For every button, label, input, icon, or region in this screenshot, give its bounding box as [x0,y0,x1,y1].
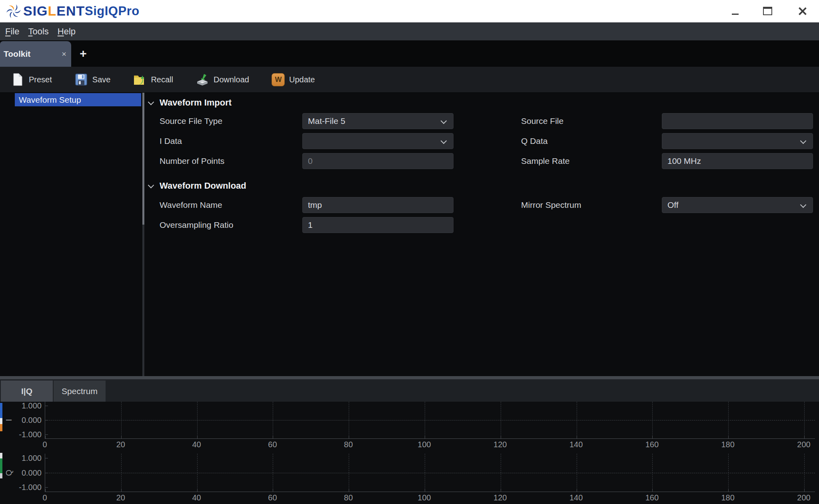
x-tick-mark [273,436,273,438]
x-tick-mark [349,489,349,492]
y-tick-mark [45,473,48,473]
bottom-tab-bar: I|Q Spectrum [0,379,819,402]
form-panel: Waveform Import Source File Type Mat-Fil… [144,93,819,376]
x-tick-label: 180 [714,493,742,502]
sample-rate-input[interactable] [662,153,813,169]
x-tick-mark [45,436,46,438]
titlebar: SIGLENT SigIQPro [0,0,819,22]
toolbar-button-save[interactable]: Save [74,73,111,86]
panel-splitter[interactable] [0,376,819,379]
tab-toolkit[interactable]: Toolkit × [0,41,71,67]
document-icon [11,73,24,86]
q-data-select[interactable] [662,133,813,149]
toolbar-button-label: Save [92,75,111,84]
toolbar: Preset Save Recall [0,67,819,93]
zero-gridline [45,473,815,473]
x-tick-label: 80 [334,440,362,449]
y-tick-label: 1.000 [12,401,42,410]
menu-item-tools[interactable]: Tools [28,26,48,37]
x-tick-mark [197,436,198,438]
x-tick-mark [349,436,349,438]
x-tick-label: 200 [790,440,818,449]
app-window: SIGLENT SigIQPro File Tools Help Toolkit… [0,0,819,504]
update-icon: W [272,73,285,86]
x-tick-mark [197,489,198,492]
select-value: Off [667,200,679,209]
x-tick-label: 200 [790,493,818,502]
y-tick-label: 1.000 [12,453,42,463]
x-tick-label: 0 [31,440,59,449]
toolbar-button-label: Update [289,75,315,84]
toolbar-button-preset[interactable]: Preset [11,73,52,86]
toolbar-button-update[interactable]: W Update [272,73,315,86]
y-tick-mark [45,458,48,458]
x-tick-label: 0 [31,493,59,502]
close-icon [797,6,807,16]
toolbar-button-download[interactable]: Download [196,73,249,86]
chevron-down-icon [441,118,447,124]
y-tick-mark [45,406,48,406]
tab-close-icon[interactable]: × [62,50,66,58]
tab-iq[interactable]: I|Q [1,380,53,402]
toolbar-button-label: Preset [29,75,52,84]
y-tick-mark [45,487,48,488]
x-tick-mark [45,489,46,492]
number-of-points-input[interactable] [302,153,453,169]
q-data-label: Q Data [521,133,548,149]
floppy-icon [74,73,88,86]
x-tick-label: 20 [107,440,135,449]
chevron-down-icon[interactable] [148,182,154,189]
x-tick-label: 40 [183,440,211,449]
x-tick-mark [425,436,425,438]
x-tick-label: 40 [183,493,211,502]
edge-clipped-icon [0,418,2,424]
chevron-down-icon [441,138,447,144]
chart-plot-area-i [45,402,815,439]
x-tick-mark [501,436,501,438]
close-button[interactable] [793,0,811,22]
oversampling-ratio-input[interactable] [302,217,453,233]
source-file-label: Source File [521,113,563,129]
i-data-label: I Data [160,133,182,149]
axis-name-i: I [4,414,14,426]
i-data-select[interactable] [302,133,453,149]
menubar: File Tools Help [0,22,819,40]
mirror-spectrum-label: Mirror Spectrum [521,197,581,213]
folder-icon [133,73,146,86]
waveform-name-input[interactable] [302,197,453,213]
menu-item-file[interactable]: File [5,26,19,37]
x-tick-label: 20 [107,493,135,502]
toolbar-button-label: Recall [151,75,173,84]
maximize-button[interactable] [759,0,776,22]
mirror-spectrum-select[interactable]: Off [662,197,813,213]
x-tick-mark [273,489,273,492]
x-tick-label: 120 [486,493,514,502]
y-tick-label: 0.000 [12,415,42,425]
x-tick-mark [804,436,805,438]
menu-item-help[interactable]: Help [58,26,76,37]
select-value: Mat-File 5 [308,116,345,126]
tab-label: Toolkit [4,49,62,59]
sidebar-item-waveform-setup[interactable]: Waveform Setup [15,93,141,106]
x-tick-label: 60 [258,493,286,502]
x-tick-label: 80 [334,493,362,502]
toolbar-button-recall[interactable]: Recall [133,73,173,86]
x-tick-mark [425,489,425,492]
maximize-icon [763,7,772,15]
chart-plot-area-q [45,454,815,492]
axis-name-q: Q [4,467,14,478]
source-file-type-select[interactable]: Mat-File 5 [302,113,453,129]
chevron-down-icon [800,202,807,208]
chevron-down-icon[interactable] [148,99,154,106]
edge-clipped-icon [0,453,2,458]
x-tick-mark [577,489,577,492]
chevron-down-icon [800,138,807,144]
minimize-button[interactable] [726,0,744,22]
new-tab-button[interactable]: + [74,40,92,67]
source-file-input[interactable] [662,113,813,129]
y-tick-mark [45,420,48,420]
x-tick-mark [652,436,653,438]
x-tick-mark [501,489,501,492]
x-tick-label: 140 [562,440,590,449]
tab-spectrum[interactable]: Spectrum [54,380,106,402]
